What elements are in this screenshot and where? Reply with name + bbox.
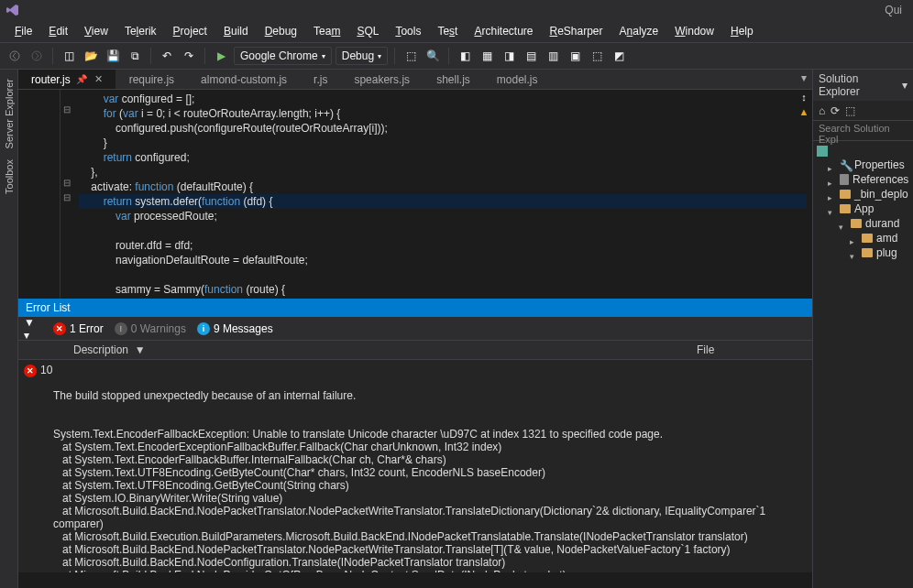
code-editor[interactable]: ⊟ ⊟ ⊟ var configured = []; for (var i = … [18,90,812,299]
toolbar-icon[interactable]: ⬚ [402,47,420,65]
menu-tools[interactable]: Tools [388,22,428,40]
home-icon[interactable]: ⌂ [819,104,825,117]
tab-model[interactable]: model.js [484,70,552,89]
tree-item[interactable]: plug [815,245,911,260]
menu-view[interactable]: View [77,22,116,40]
nav-fwd-icon[interactable] [28,47,46,65]
titlebar: Qui [0,0,913,20]
toolbar-icon[interactable]: ◧ [456,47,474,65]
new-project-icon[interactable]: ◫ [60,47,78,65]
toolbar-icon[interactable]: ▥ [544,47,562,65]
rail-server-explorer[interactable]: Server Explorer [4,79,15,148]
dropdown-icon[interactable]: ▾ [902,79,908,92]
menubar: File Edit View Telerik Project Build Deb… [0,20,913,42]
tab-overflow-icon[interactable]: ▾ [796,70,812,89]
redo-icon[interactable]: ↷ [180,47,198,65]
error-list-toolbar: ▼ ▾ ✕1 Error !0 Warnings i9 Messages [18,317,812,341]
tab-r[interactable]: r.js [301,70,341,89]
save-icon[interactable]: 💾 [104,47,122,65]
editor-tabstrip: router.js📌✕ require.js almond-custom.js … [18,70,812,90]
menu-project[interactable]: Project [166,22,214,40]
close-icon[interactable]: ✕ [94,73,103,85]
pin-icon[interactable]: 📌 [76,74,87,84]
toolbar-icon[interactable]: ▤ [522,47,540,65]
errors-filter[interactable]: ✕1 Error [53,322,104,335]
solution-toolbar: ⌂ ⟳ ⬚ [813,101,913,121]
menu-sql[interactable]: SQL [349,22,386,40]
solution-header[interactable]: Solution Explorer▾ [813,70,913,101]
config-selector[interactable]: Debug▾ [336,47,388,65]
sync-icon[interactable]: ⟳ [830,104,840,117]
toolbar-icon[interactable]: ◩ [610,47,628,65]
menu-team[interactable]: Team [306,22,347,40]
menu-window[interactable]: Window [667,22,721,40]
menu-architecture[interactable]: Architecture [467,22,540,40]
nav-back-icon[interactable] [6,47,24,65]
titlebar-quicklaunch[interactable]: Qui [885,4,908,16]
toolbar-icon[interactable]: ⬚ [588,47,606,65]
toolbar-icon[interactable]: ▦ [478,47,496,65]
start-icon[interactable]: ▶ [212,47,230,65]
toolbar-icon[interactable]: 🔍 [424,47,442,65]
tab-almond[interactable]: almond-custom.js [188,70,301,89]
tree-item[interactable]: References [815,172,911,187]
filter-icon[interactable]: ▼ ▾ [24,320,42,338]
error-list-body[interactable]: ✕ 10 The build stopped unexpectedly beca… [18,360,812,572]
main-content: Server Explorer Toolbox router.js📌✕ requ… [0,70,913,588]
solution-search[interactable]: Search Solution Expl [813,121,913,141]
vs-logo-icon [6,3,20,17]
error-list-header[interactable]: Error List [18,299,812,317]
tab-speakers[interactable]: speakers.js [341,70,424,89]
error-grid-header[interactable]: Description ▼ File [18,341,812,360]
split-icon[interactable]: ↕ [798,92,810,104]
error-row[interactable]: ✕ 10 The build stopped unexpectedly beca… [24,364,807,572]
error-description: The build stopped unexpectedly because o… [53,364,807,572]
menu-test[interactable]: Test [430,22,465,40]
error-icon: ✕ [24,365,37,377]
solution-root[interactable] [815,145,911,158]
open-file-icon[interactable]: 📂 [82,47,100,65]
tool-icon[interactable]: ⬚ [845,104,855,117]
tree-item[interactable]: amd [815,231,911,245]
tab-shell[interactable]: shell.js [424,70,484,89]
browser-selector[interactable]: Google Chrome▾ [234,47,332,65]
left-sidebar-rail: Server Explorer Toolbox [0,70,18,588]
tab-router[interactable]: router.js📌✕ [18,70,116,89]
main-toolbar: ◫ 📂 💾 ⧉ ↶ ↷ ▶ Google Chrome▾ Debug▾ ⬚ 🔍 … [0,42,913,70]
solution-explorer: Solution Explorer▾ ⌂ ⟳ ⬚ Search Solution… [812,70,913,588]
tab-require[interactable]: require.js [116,70,188,89]
tree-item[interactable]: durand [815,216,911,231]
menu-edit[interactable]: Edit [41,22,75,40]
line-gutter [18,90,60,299]
editor-corner-icons: ↕ ▲ [798,92,810,119]
toolbar-icon[interactable]: ▣ [566,47,584,65]
menu-debug[interactable]: Debug [258,22,304,40]
messages-filter[interactable]: i9 Messages [197,322,273,335]
tree-item[interactable]: _bin_deplo [815,187,911,201]
menu-file[interactable]: File [7,22,39,40]
code-text[interactable]: var configured = []; for (var i = 0; i <… [73,90,812,299]
undo-icon[interactable]: ↶ [158,47,176,65]
editor-area: router.js📌✕ require.js almond-custom.js … [18,70,812,588]
solution-tree[interactable]: 🔧PropertiesReferences_bin_deploAppdurand… [813,141,913,588]
menu-analyze[interactable]: Analyze [612,22,666,40]
warn-icon[interactable]: ▲ [798,106,810,119]
svg-point-0 [10,51,19,60]
menu-telerik[interactable]: Telerik [117,22,164,40]
toolbar-icon[interactable]: ◨ [500,47,518,65]
menu-resharper[interactable]: ReSharper [543,22,610,40]
menu-help[interactable]: Help [723,22,761,40]
tree-item[interactable]: 🔧Properties [815,158,911,172]
fold-column[interactable]: ⊟ ⊟ ⊟ [60,90,73,299]
menu-build[interactable]: Build [216,22,256,40]
rail-toolbox[interactable]: Toolbox [4,159,15,194]
svg-point-1 [32,51,41,60]
tree-item[interactable]: App [815,201,911,216]
save-all-icon[interactable]: ⧉ [126,47,144,65]
warnings-filter[interactable]: !0 Warnings [115,322,186,335]
